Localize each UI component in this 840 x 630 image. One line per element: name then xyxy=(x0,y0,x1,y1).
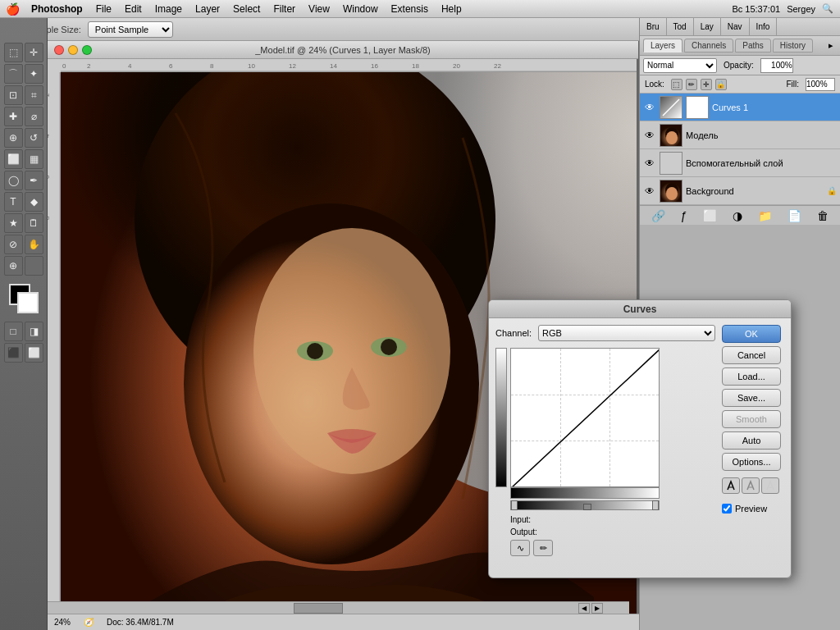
color-swatches[interactable] xyxy=(9,284,39,313)
menu-edit[interactable]: Edit xyxy=(118,0,148,18)
apple-menu[interactable]: 🍎 xyxy=(0,2,25,16)
add-style-btn[interactable]: ƒ xyxy=(681,209,687,222)
tab-channels[interactable]: Channels xyxy=(684,39,733,52)
clone-tool[interactable]: ⊕ xyxy=(4,128,23,148)
fill-input[interactable] xyxy=(806,78,835,91)
standard-mode[interactable]: □ xyxy=(4,322,23,341)
magic-wand-tool[interactable]: ✦ xyxy=(25,64,43,84)
maximize-button[interactable] xyxy=(82,45,92,55)
hand-tool[interactable]: ✋ xyxy=(25,235,43,254)
menu-layer[interactable]: Layer xyxy=(189,0,226,18)
brush-tab[interactable]: Bru xyxy=(640,18,667,35)
pen-tool[interactable]: ✒ xyxy=(25,171,43,190)
curves-cancel-button[interactable]: Cancel xyxy=(722,346,781,364)
tab-layers[interactable]: Layers xyxy=(643,39,682,52)
menu-help[interactable]: Help xyxy=(435,0,468,18)
nav-icon[interactable]: 🧭 xyxy=(84,618,94,627)
lock-transparent[interactable]: ⬚ xyxy=(671,79,682,90)
eyedropper-panel-tool[interactable]: ⊘ xyxy=(4,235,23,254)
lasso-tool[interactable]: ⌒ xyxy=(4,64,23,84)
sample-size-select[interactable]: Point Sample 3 by 3 Average 5 by 5 Avera… xyxy=(88,21,173,38)
shape-tool[interactable]: ★ xyxy=(4,213,23,233)
standard-screen[interactable]: ⬛ xyxy=(4,343,23,363)
navigator-tab[interactable]: Nav xyxy=(721,18,750,35)
opacity-input[interactable] xyxy=(760,58,793,73)
black-point-dropper[interactable] xyxy=(722,477,740,494)
layer-eye-background[interactable]: 👁 xyxy=(643,185,656,198)
panel-menu-icon[interactable]: ▸ xyxy=(825,40,837,51)
minimize-button[interactable] xyxy=(68,45,78,55)
menu-image[interactable]: Image xyxy=(148,0,189,18)
curves-pen-btn[interactable]: ✏ xyxy=(533,540,553,556)
curves-graph[interactable] xyxy=(510,348,660,487)
scroll-right[interactable]: ▶ xyxy=(591,603,603,614)
curves-slider[interactable] xyxy=(510,500,660,510)
marquee-tool[interactable]: ⬚ xyxy=(4,43,23,62)
tool-options-tab[interactable]: Tod xyxy=(667,18,694,35)
menubar-search[interactable]: 🔍 xyxy=(822,3,833,14)
menu-view[interactable]: View xyxy=(302,0,336,18)
crop-tool[interactable]: ⊡ xyxy=(4,85,23,105)
new-adjustment-btn[interactable]: ◑ xyxy=(733,209,742,222)
tab-paths[interactable]: Paths xyxy=(735,39,771,52)
background-color[interactable] xyxy=(17,292,39,313)
menu-photoshop[interactable]: Photoshop xyxy=(25,0,89,18)
lock-image[interactable]: ✏ xyxy=(686,79,697,90)
zoom-tool[interactable]: ⊕ xyxy=(4,256,23,276)
menu-select[interactable]: Select xyxy=(226,0,267,18)
menu-window[interactable]: Window xyxy=(336,0,385,18)
curves-options-button[interactable]: Options... xyxy=(722,453,781,471)
slider-handle-right[interactable] xyxy=(652,500,659,510)
curve-line-svg[interactable] xyxy=(511,349,659,486)
channel-select[interactable]: RGB Red Green Blue xyxy=(538,325,715,341)
slider-handle-left[interactable] xyxy=(511,500,518,510)
lock-all[interactable]: 🔒 xyxy=(715,79,727,90)
brush-tool[interactable]: ⌀ xyxy=(25,107,43,126)
menu-filter[interactable]: Filter xyxy=(267,0,302,18)
quick-mask-mode[interactable]: ◨ xyxy=(25,322,43,341)
curves-auto-button[interactable]: Auto xyxy=(722,431,781,450)
eraser-tool[interactable]: ⬜ xyxy=(4,149,23,169)
layer-row-model[interactable]: 👁 Модель xyxy=(640,121,840,149)
link-layers-btn[interactable]: 🔗 xyxy=(651,209,665,222)
layer-eye-model[interactable]: 👁 xyxy=(643,129,656,142)
fullscreen[interactable]: ⬜ xyxy=(25,343,43,363)
scrollbar-thumb-h[interactable] xyxy=(294,603,343,614)
menu-extensis[interactable]: Extensis xyxy=(385,0,435,18)
scroll-left[interactable]: ◀ xyxy=(578,603,590,614)
close-button[interactable] xyxy=(54,45,64,55)
curves-load-button[interactable]: Load... xyxy=(722,368,781,386)
gradient-tool[interactable]: ▦ xyxy=(25,149,43,169)
new-layer-btn[interactable]: 📄 xyxy=(788,209,801,222)
blend-mode-select[interactable]: Normal Multiply Screen Overlay xyxy=(643,58,717,73)
path-select-tool[interactable]: ◆ xyxy=(25,192,43,212)
layer-eye-curves1[interactable]: 👁 xyxy=(643,101,656,114)
layer-row-background[interactable]: 👁 Background 🔒 xyxy=(640,177,840,205)
lock-position[interactable]: ✛ xyxy=(701,79,712,90)
info-tab[interactable]: Info xyxy=(750,18,778,35)
dodge-tool[interactable]: ◯ xyxy=(4,171,23,190)
history-brush-tool[interactable]: ↺ xyxy=(25,128,43,148)
slider-midpoint[interactable] xyxy=(583,504,591,510)
heal-tool[interactable]: ✚ xyxy=(4,107,23,126)
slice-tool[interactable]: ⌗ xyxy=(25,85,43,105)
white-point-dropper[interactable] xyxy=(761,477,779,494)
curves-smooth-button[interactable]: Smooth xyxy=(722,410,781,428)
delete-layer-btn[interactable]: 🗑 xyxy=(817,209,829,222)
scrollbar-horizontal[interactable]: ◀ ▶ xyxy=(48,601,629,614)
preview-checkbox[interactable] xyxy=(722,504,732,514)
menu-file[interactable]: File xyxy=(89,0,118,18)
layer-row-helper[interactable]: 👁 Вспомогательный слой xyxy=(640,149,840,177)
text-tool[interactable]: T xyxy=(4,192,23,212)
curves-ok-button[interactable]: OK xyxy=(722,325,781,343)
curves-pencil-btn[interactable]: ∿ xyxy=(510,540,530,556)
gray-point-dropper[interactable] xyxy=(742,477,760,494)
curves-save-button[interactable]: Save... xyxy=(722,389,781,407)
layer-eye-helper[interactable]: 👁 xyxy=(643,157,656,170)
tab-history[interactable]: History xyxy=(773,39,813,52)
layer-row-curves1[interactable]: 👁 Curves 1 xyxy=(640,94,840,121)
layer-comps-tab[interactable]: Lay xyxy=(694,18,721,35)
new-group-btn[interactable]: 📁 xyxy=(758,209,772,222)
add-mask-btn[interactable]: ⬜ xyxy=(703,209,717,222)
notes-tool[interactable]: 🗒 xyxy=(25,213,43,233)
